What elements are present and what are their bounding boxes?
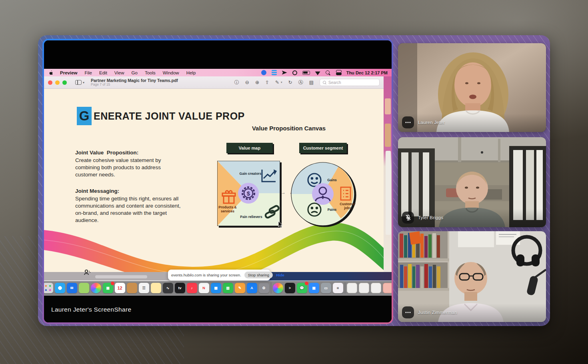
sidebar-toggle-button[interactable]: ▾ (75, 80, 84, 85)
dock-chrome[interactable] (273, 283, 283, 293)
apple-logo-icon[interactable] (49, 70, 53, 75)
gain-creators-label: Gain creators (238, 172, 263, 176)
dock-maps[interactable] (79, 283, 89, 293)
dock-calendar[interactable]: 12 (115, 283, 125, 293)
dock-terminal[interactable]: > (285, 283, 295, 293)
minimize-window-button[interactable] (55, 80, 60, 85)
dock-settings[interactable]: ⚙ (259, 283, 269, 293)
zoom-out-icon[interactable]: ⊖ (245, 80, 249, 85)
rotate-icon[interactable]: ↻ (288, 80, 292, 85)
info-icon[interactable]: ⓘ (234, 79, 239, 86)
markup-pen-icon[interactable]: ✎ (275, 80, 279, 85)
menu-file[interactable]: File (81, 70, 96, 75)
dock-mail[interactable]: ✉ (67, 283, 77, 293)
dock-messages[interactable]: 💬 (297, 283, 307, 293)
more-options-button[interactable] (402, 306, 414, 318)
dock-safari[interactable] (55, 283, 65, 293)
muted-indicator[interactable] (402, 212, 414, 224)
dock-window-thumb-4[interactable] (383, 283, 392, 293)
slide-text-column: Joint Value Proposition: Create cohesive… (75, 150, 182, 234)
mac-menubar: Preview FileEditViewGoToolsWindowHelp Th… (44, 69, 392, 76)
pains-label: Pains (324, 208, 340, 212)
sharing-message: events.hubilo.com is sharing your screen… (171, 273, 241, 277)
customer-jobs-label: Customer jobs (338, 202, 358, 210)
chevron-down-icon[interactable]: ▾ (281, 81, 282, 84)
dock-music[interactable]: ♪ (187, 283, 197, 293)
dock-zoom[interactable]: ▣ (309, 283, 319, 293)
statusbar-send[interactable] (282, 70, 287, 75)
menu-go[interactable]: Go (128, 70, 141, 75)
hide-toast-link[interactable]: Hide (276, 273, 284, 277)
statusbar-search[interactable] (326, 70, 331, 75)
dock-news[interactable]: N (199, 283, 209, 293)
heading-highlight-letter: G (77, 107, 92, 125)
notification-badge (111, 282, 114, 285)
letterbox-bottom: Lauren Jeter's ScreenShare (44, 296, 392, 322)
chevron-down-icon: ▾ (83, 81, 84, 84)
zoom-window-button[interactable] (62, 80, 67, 85)
menubar-menus: FileEditViewGoToolsWindowHelp (81, 70, 199, 75)
dock-window-thumb-2[interactable] (359, 283, 369, 293)
participant-tile-lauren[interactable]: Lauren Jeter (398, 43, 546, 132)
app-background: { "meeting": { "screenshare_label": "Lau… (0, 0, 588, 364)
dock-slack[interactable]: ⌗ (333, 283, 343, 293)
partial-window-edge (386, 151, 391, 235)
dock-window-thumb-1[interactable] (347, 283, 357, 293)
dock-display-app[interactable]: ▭ (321, 283, 331, 293)
statusbar-hubilo-dot[interactable] (261, 70, 266, 75)
menu-help[interactable]: Help (183, 70, 200, 75)
dock-pages[interactable]: ✎ (235, 283, 245, 293)
search-placeholder: Search (328, 80, 341, 85)
menu-tools[interactable]: Tools (141, 70, 159, 75)
fast-user-switch-icon (84, 269, 90, 276)
menu-edit[interactable]: Edit (96, 70, 111, 75)
canvas-title: Value Proposition Canvas (252, 125, 326, 132)
dock-photos[interactable] (91, 283, 101, 293)
screenshare-viewport[interactable]: Preview FileEditViewGoToolsWindowHelp Th… (44, 40, 392, 322)
dock-appstore[interactable]: A (247, 283, 257, 293)
menubar-status-icons (261, 70, 341, 75)
page-indicator: Page 7 of 15 (91, 83, 178, 86)
dock-reminders[interactable]: ☰ (139, 283, 149, 293)
share-icon[interactable]: ⇧ (265, 80, 269, 85)
dock-keynote[interactable]: ▦ (211, 283, 221, 293)
participant-name: Justin Zimmerman (418, 310, 457, 315)
dock-launchpad[interactable] (44, 283, 53, 293)
participant-name: Lauren Jeter (418, 120, 445, 125)
meeting-stage: Preview FileEditViewGoToolsWindowHelp Th… (38, 35, 550, 326)
customer-segment-diagram (290, 160, 355, 228)
more-options-button[interactable] (402, 116, 414, 128)
participant-tile-tyler[interactable]: Tyler Briggs (398, 137, 546, 227)
screenshare-owner-label: Lauren Jeter's ScreenShare (51, 306, 131, 313)
participant-tile-justin[interactable]: Justin Zimmerman (398, 231, 546, 322)
statusbar-cc[interactable] (336, 70, 341, 75)
dock-garageband[interactable]: ∿ (163, 283, 173, 293)
menubar-clock[interactable]: Thu Dec 12 2:17 PM (346, 70, 388, 75)
gear-dollar-icon: $ (238, 183, 259, 204)
menu-window[interactable]: Window (159, 70, 183, 75)
dock-contacts[interactable] (127, 283, 137, 293)
stop-sharing-button[interactable]: Stop sharing (244, 272, 273, 278)
gains-label: Gains (324, 178, 340, 182)
highlight-icon[interactable]: Ⓐ (298, 79, 303, 86)
letterbox-top (44, 40, 392, 69)
partial-notification (385, 98, 391, 114)
statusbar-battery[interactable] (302, 71, 310, 75)
menubar-app-name[interactable]: Preview (56, 70, 81, 75)
value-map-header: Value map (226, 143, 273, 153)
dock-window-thumb-3[interactable] (371, 283, 381, 293)
preview-search-input[interactable]: Search (320, 79, 380, 86)
dock-facetime[interactable]: ▣ (103, 283, 113, 293)
dock-divider-1 (271, 282, 271, 294)
close-window-button[interactable] (48, 80, 52, 85)
statusbar-wifi[interactable] (315, 70, 320, 75)
zoom-in-icon[interactable]: ⊕ (255, 80, 259, 85)
dock-notes[interactable] (151, 283, 161, 293)
dock-numbers[interactable]: ▥ (223, 283, 233, 293)
statusbar-record[interactable] (292, 70, 297, 75)
markup-toolbox-icon[interactable]: ▤ (309, 80, 314, 85)
statusbar-stage-lines[interactable] (272, 70, 277, 75)
bookshelf (398, 231, 449, 291)
dock-appletv[interactable]: tv (175, 283, 185, 293)
menu-view[interactable]: View (111, 70, 128, 75)
